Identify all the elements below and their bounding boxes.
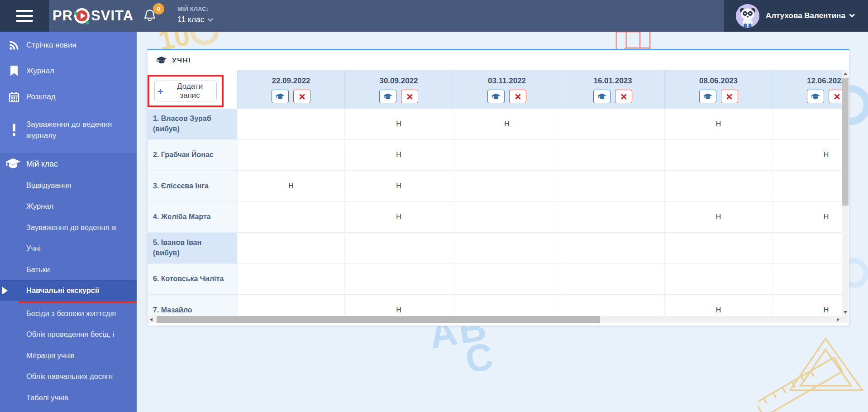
attendance-cell[interactable] bbox=[237, 140, 344, 171]
attendance-cell[interactable] bbox=[772, 171, 842, 202]
attendance-cell[interactable]: Н bbox=[344, 202, 453, 233]
scroll-left-arrow-icon[interactable] bbox=[148, 316, 155, 323]
column-lesson-button[interactable] bbox=[807, 90, 824, 103]
attendance-cell[interactable] bbox=[453, 233, 561, 264]
attendance-cell[interactable]: Н bbox=[344, 171, 453, 202]
sidebar-item-talks-records[interactable]: Облік проведення бесід, і bbox=[0, 324, 137, 345]
sidebar-item-journal-remarks[interactable]: Зауваження до ведення журналу bbox=[0, 110, 137, 150]
attendance-cell[interactable] bbox=[561, 295, 664, 316]
column-date: 12.06.2023 bbox=[807, 77, 842, 86]
attendance-cell[interactable] bbox=[344, 233, 453, 264]
sidebar-item-journal[interactable]: Журнал bbox=[0, 58, 137, 84]
horizontal-scrollbar[interactable] bbox=[148, 316, 842, 323]
table-body: 1. Власов Зураб (вибув) Н Н Н 2. Грабчак… bbox=[148, 109, 842, 316]
attendance-cell[interactable]: Н bbox=[772, 295, 842, 316]
sidebar-item-safety-talks[interactable]: Бесіди з безпеки життєдія bbox=[0, 303, 137, 324]
column-delete-button[interactable] bbox=[615, 90, 632, 103]
scroll-right-arrow-icon[interactable] bbox=[835, 316, 842, 323]
column-delete-button[interactable] bbox=[721, 90, 738, 103]
attendance-cell[interactable] bbox=[561, 264, 664, 295]
sidebar-section-my-class[interactable]: Мій клас bbox=[0, 153, 137, 175]
class-selector[interactable]: МІЙ КЛАС: 11 клас bbox=[177, 6, 212, 24]
attendance-cell[interactable] bbox=[772, 264, 842, 295]
attendance-cell[interactable] bbox=[237, 202, 344, 233]
prosvita-logo: PR SVITA bbox=[52, 0, 134, 32]
sidebar-item-class-journal[interactable]: Журнал bbox=[0, 196, 137, 217]
students-card: УЧНІ + Додати запис 22.09.2022 bbox=[147, 49, 849, 326]
attendance-cell[interactable] bbox=[664, 233, 772, 264]
sidebar-item-report-cards[interactable]: Табелі учнів bbox=[0, 387, 137, 408]
scroll-down-arrow-icon[interactable] bbox=[842, 309, 849, 316]
vertical-scrollbar[interactable] bbox=[842, 70, 849, 316]
attendance-cell[interactable]: Н bbox=[772, 202, 842, 233]
attendance-cell[interactable] bbox=[561, 109, 664, 140]
attendance-cell[interactable] bbox=[664, 264, 772, 295]
attendance-cell[interactable] bbox=[561, 171, 664, 202]
attendance-cell[interactable]: Н bbox=[344, 295, 453, 316]
attendance-cell[interactable] bbox=[772, 109, 842, 140]
add-record-button[interactable]: + Додати запис bbox=[154, 81, 217, 101]
attendance-cell[interactable] bbox=[237, 295, 344, 316]
attendance-cell[interactable] bbox=[453, 295, 561, 316]
attendance-cell[interactable]: Н bbox=[344, 140, 453, 171]
sidebar-item-student-migration[interactable]: Міграція учнів bbox=[0, 345, 137, 366]
hamburger-menu-button[interactable] bbox=[0, 0, 49, 32]
attendance-cell[interactable] bbox=[237, 233, 344, 264]
sidebar-item-parents[interactable]: Батьки bbox=[0, 259, 137, 280]
attendance-cell[interactable] bbox=[561, 233, 664, 264]
attendance-cell[interactable] bbox=[453, 202, 561, 233]
column-delete-button[interactable] bbox=[829, 90, 842, 103]
vertical-scrollbar-thumb[interactable] bbox=[842, 78, 849, 206]
graduation-cap-icon bbox=[811, 93, 820, 100]
attendance-cell[interactable] bbox=[237, 264, 344, 295]
attendance-cell[interactable] bbox=[453, 171, 561, 202]
column-lesson-button[interactable] bbox=[487, 90, 505, 103]
attendance-cell[interactable] bbox=[344, 264, 453, 295]
sidebar-item-class-remarks[interactable]: Зауваження до ведення ж bbox=[0, 217, 137, 238]
column-lesson-button[interactable] bbox=[379, 90, 396, 103]
sidebar-item-schedule[interactable]: Розклад bbox=[0, 84, 137, 110]
horizontal-scrollbar-thumb[interactable] bbox=[157, 316, 600, 323]
sidebar-item-achievements[interactable]: Облік навчальних досягн bbox=[0, 366, 137, 388]
attendance-cell[interactable] bbox=[561, 140, 664, 171]
attendance-cell[interactable] bbox=[772, 233, 842, 264]
rss-icon bbox=[7, 38, 21, 52]
x-icon bbox=[834, 94, 840, 100]
graduation-cap-icon bbox=[491, 93, 501, 100]
scroll-up-arrow-icon[interactable] bbox=[842, 70, 849, 77]
attendance-cell[interactable] bbox=[664, 171, 772, 202]
attendance-cell[interactable]: Н bbox=[344, 109, 453, 140]
attendance-cell[interactable]: Н bbox=[237, 171, 344, 202]
class-selector-label: МІЙ КЛАС: bbox=[177, 6, 212, 12]
table-row: 4. Желіба Марта Н Н Н bbox=[148, 202, 842, 233]
attendance-cell[interactable]: Н bbox=[772, 140, 842, 171]
attendance-cell[interactable]: Н bbox=[664, 109, 772, 140]
attendance-cell[interactable]: Н bbox=[664, 295, 772, 316]
card-header: УЧНІ bbox=[148, 50, 849, 70]
sidebar-item-attendance[interactable]: Відвідування bbox=[0, 175, 137, 196]
main-content: 10 ABC bbox=[137, 32, 868, 412]
card-title: УЧНІ bbox=[172, 56, 191, 64]
sidebar-item-excursions[interactable]: Навчальні екскурсії bbox=[0, 280, 137, 302]
sidebar-item-students[interactable]: Учні bbox=[0, 238, 137, 259]
sidebar-item-news-feed[interactable]: Стрічка новин bbox=[0, 33, 137, 58]
table-row: 3. Єлісєєва Інга Н Н bbox=[148, 171, 842, 202]
column-delete-button[interactable] bbox=[401, 90, 418, 103]
column-delete-button[interactable] bbox=[293, 90, 310, 103]
column-lesson-button[interactable] bbox=[272, 90, 289, 103]
attendance-cell[interactable]: Н bbox=[453, 109, 561, 140]
sidebar: Стрічка новин Журнал Розклад bbox=[0, 32, 137, 412]
notifications-button[interactable]: 0 bbox=[143, 7, 170, 27]
column-delete-button[interactable] bbox=[509, 90, 526, 103]
table-row: 2. Грабчак Йонас Н Н bbox=[148, 140, 842, 171]
attendance-cell[interactable]: Н bbox=[664, 202, 772, 233]
attendance-cell[interactable] bbox=[453, 140, 561, 171]
attendance-cell[interactable] bbox=[561, 202, 664, 233]
column-lesson-button[interactable] bbox=[593, 90, 610, 103]
user-menu[interactable]: Алтухова Валентина bbox=[724, 0, 868, 32]
bookmark-icon bbox=[7, 64, 21, 78]
column-lesson-button[interactable] bbox=[699, 90, 716, 103]
attendance-cell[interactable] bbox=[237, 109, 344, 140]
attendance-cell[interactable] bbox=[664, 140, 772, 171]
attendance-cell[interactable] bbox=[453, 264, 561, 295]
